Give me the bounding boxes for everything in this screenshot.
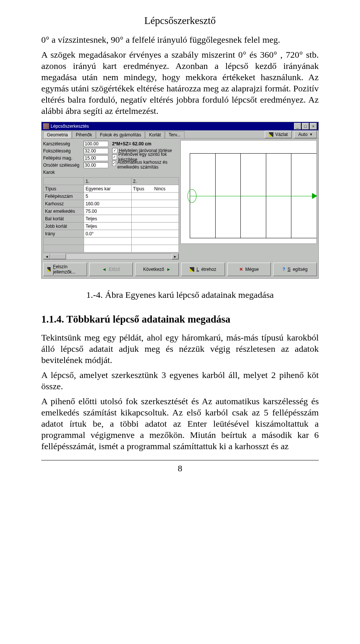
felszin-button[interactable]: FFelszín jellemzők...elszín jellemzők... [43,263,87,276]
tab-pihenok[interactable]: Pihenők [72,131,96,138]
tab-geometria[interactable]: Geometria [43,131,72,138]
input-fellepesi[interactable]: 15.00 [84,155,108,161]
paragraph-1: 0° a vízszintesnek, 90° a felfelé irányu… [41,34,319,45]
label-auto: Automatikus karhossz és emelkedés számít… [117,160,179,170]
horizontal-scrollbar[interactable]: ◄ ► [43,253,179,260]
checkbox-helytelen[interactable]: ✓ [112,148,117,153]
cell-tipus-1[interactable]: Egyenes kar [84,185,131,193]
row-jobbkorlat: Jobb korlát [44,223,84,230]
vazlat-button[interactable]: Vázlat [265,131,292,138]
auto-button[interactable]: Auto▼ [294,131,317,138]
help-icon: ? [282,267,285,272]
tab-fokok[interactable]: Fokok és gyámolítás [96,131,145,138]
app-icon [43,123,49,129]
paragraph-3: Tekintsünk meg egy példát, ahol egy háro… [41,332,319,366]
pencil-icon [190,267,194,272]
chevron-down-icon: ▼ [309,133,313,136]
paragraph-2: A szögek megadásakor érvényes a szabály … [41,49,319,117]
cell-tipus-2[interactable]: Típus Nincs [131,185,178,193]
segitseg-button[interactable]: ?SegítségSegítség [273,263,317,276]
label-karok: Karok [43,170,84,175]
maximize-button[interactable]: □ [302,123,309,130]
pencil-icon [269,132,273,137]
cell-kare-1[interactable]: 75.00 [84,208,131,215]
vazlat-label: Vázlat [275,132,288,137]
scroll-left-icon[interactable]: ◄ [44,254,50,259]
footer-rule [41,460,319,460]
section-heading: 1.1.4. Többkarú lépcső adatainak megadás… [41,314,319,325]
row-karemelkedes: Kar emelkedés [44,208,84,215]
tab-terv[interactable]: Terv... [165,131,184,138]
window-titlebar: Lépcsőszerkesztés _ □ × [42,122,318,130]
checkbox-pihenovel[interactable]: ✓ [112,154,117,160]
preview-panel [180,140,317,244]
page-number: 8 [41,463,319,474]
label-fokszelesseg: Fokszélesség [43,148,84,154]
auto-label: Auto [298,132,308,137]
tab-korlat[interactable]: Korlát [145,131,164,138]
x-icon: ✕ [239,267,243,272]
paragraph-5: A pihenő előtti utolsó fok szerkesztését… [41,396,319,452]
input-karszelesseg[interactable]: 100.00 [84,141,108,147]
direction-arrow-icon [312,193,317,199]
arms-table: 1.2. TípusEgyenes karTípus Nincs Fellépé… [43,177,179,253]
checkbox-auto[interactable]: ✓ [112,161,116,166]
scroll-right-icon[interactable]: ► [172,254,178,259]
close-button[interactable]: × [310,123,317,130]
entry-circle-icon [188,189,196,203]
row-tipus: Típus [44,185,84,193]
equation-label: 2*M+SZ= 62.00 cm [112,140,179,147]
arrow-left-icon: ◄ [102,267,106,272]
cell-irany-1[interactable]: 0.0° [84,230,131,238]
window-title: Lépcsőszerkesztés [51,124,89,129]
arrow-right-icon: ► [166,267,171,272]
header-title: Lépcsőszerkesztő [41,15,319,27]
figure-caption: 1.-4. Ábra Egyenes karú lépcső adatainak… [41,290,319,300]
brush-icon [47,267,51,272]
col-1-header: 1. [84,178,131,185]
row-balkorlat: Bal korlát [44,215,84,223]
cell-balk-1[interactable]: Teljes [84,215,131,223]
cell-jobk-1[interactable]: Teljes [84,223,131,230]
row-fellepesszam: Fellépésszám [44,193,84,200]
paragraph-4: A lépcső, amelyet szerkesztünk 3 egyenes… [41,369,319,392]
elozo-button: ◄Előző [89,263,133,276]
input-orsoter[interactable]: 30.00 [84,162,108,168]
row-karhossz: Karhossz [44,200,84,208]
letrehoz-button[interactable]: LétrehozLétrehoz [181,263,225,276]
label-fellepesi: Fellépési mag. [43,155,84,161]
dialog-screenshot: Lépcsőszerkesztés _ □ × Geometria Pihenő… [41,122,319,279]
row-irany: Irány [44,230,84,238]
cell-karh-1[interactable]: 160.00 [84,200,131,208]
cell-fell-1[interactable]: 5 [84,193,131,200]
label-karszelesseg: Karszélesség [43,141,84,146]
label-orsoter: Orsótér szélesség [43,163,84,168]
col-2-header: 2. [131,178,178,185]
megse-button[interactable]: ✕Mégse [227,263,271,276]
minimize-button[interactable]: _ [294,123,301,130]
input-fokszelesseg[interactable]: 32.00 [84,148,108,154]
kovetkezo-button[interactable]: Következő► [135,263,179,276]
